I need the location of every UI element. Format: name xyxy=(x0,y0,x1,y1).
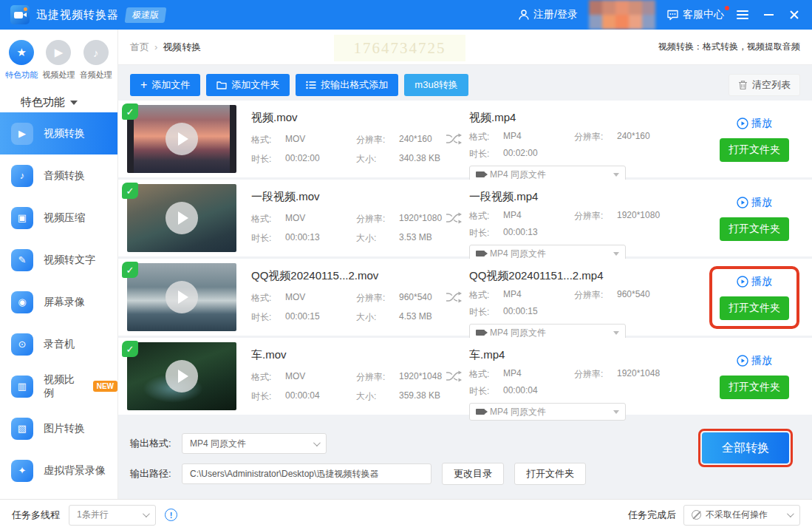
target-filename: 一段视频.mp4 xyxy=(469,190,704,204)
sidebar-menu: ▶ 视频转换 ♪ 音频转换 ▣ 视频压缩 ✎ 视频转文字 ◉ 屏幕录像 xyxy=(0,112,117,492)
voice-recorder-icon: ⊙ xyxy=(11,333,33,356)
after-task-select[interactable]: 不采取任何操作 xyxy=(683,505,800,526)
camera-icon xyxy=(476,251,485,256)
chevron-down-icon xyxy=(787,510,794,517)
output-path-label: 输出路径: xyxy=(130,467,176,480)
target-format: MP4 xyxy=(503,131,571,143)
target-filename: 视频.mp4 xyxy=(469,111,704,125)
video-thumbnail[interactable] xyxy=(127,105,236,173)
annotation-highlight-box: 播放 打开文件夹 xyxy=(709,266,799,329)
customer-service-button[interactable]: 客服中心 xyxy=(666,8,724,21)
source-filename: 视频.mov xyxy=(251,111,438,125)
sidebar-tab-featured[interactable]: ★ 特色功能 xyxy=(3,40,40,81)
add-by-format-button[interactable]: 按输出格式添加 xyxy=(296,74,398,96)
minimize-button[interactable] xyxy=(761,7,776,22)
login-button[interactable]: 注册/登录 xyxy=(518,8,578,21)
speed-edition-badge: 极速版 xyxy=(125,7,167,23)
source-info: 车.mov 格式:MOV 分辨率:1920*1048 时长:00:00:04 大… xyxy=(236,348,438,403)
new-badge: NEW xyxy=(93,381,117,392)
target-duration: 00:00:04 xyxy=(503,385,571,398)
play-button[interactable]: 播放 xyxy=(737,275,772,288)
target-duration: 00:02:00 xyxy=(503,148,571,160)
convert-arrows-icon xyxy=(445,291,463,304)
folder-icon xyxy=(216,81,227,89)
sidebar-item-video-compress[interactable]: ▣ 视频压缩 xyxy=(0,197,117,239)
convert-arrows-icon xyxy=(445,132,463,146)
threads-label: 任务多线程 xyxy=(12,509,60,522)
trash-icon xyxy=(738,80,748,90)
source-filename: 一段视频.mov xyxy=(251,190,438,204)
sidebar-item-voice-recorder[interactable]: ⊙ 录音机 xyxy=(0,323,117,365)
sidebar-item-virtual-bg-record[interactable]: ✦ 虚拟背景录像 xyxy=(0,449,117,492)
camera-icon xyxy=(476,171,485,177)
target-info: QQ视频202401151...2.mp4 格式:MP4 分辨率:960*540… xyxy=(469,269,704,342)
change-directory-button[interactable]: 更改目录 xyxy=(442,463,504,485)
m3u8-convert-button[interactable]: m3u8转换 xyxy=(404,74,468,96)
open-output-folder-button[interactable]: 打开文件夹 xyxy=(514,463,586,485)
open-folder-button[interactable]: 打开文件夹 xyxy=(720,296,789,320)
screen-record-icon: ◉ xyxy=(11,291,33,313)
caret-down-icon xyxy=(613,252,619,256)
output-format-select[interactable]: MP4 同原文件 xyxy=(182,433,327,454)
star-icon: ★ xyxy=(9,40,34,65)
chevron-down-icon xyxy=(313,439,321,446)
source-resolution: 1920*1080 xyxy=(399,213,442,225)
threads-select[interactable]: 1条并行 xyxy=(69,505,156,526)
video-thumbnail[interactable] xyxy=(127,184,236,252)
sidebar-tab-audio-process[interactable]: ♪ 音频处理 xyxy=(78,40,115,81)
play-overlay-icon xyxy=(166,123,198,155)
open-folder-button[interactable]: 打开文件夹 xyxy=(720,217,789,241)
convert-arrows-icon xyxy=(445,211,463,225)
play-circle-icon xyxy=(737,118,748,129)
breadcrumb: 首页 › 视频转换 1764734725 视频转换：格式转换，视频提取音频 xyxy=(118,30,812,65)
convert-all-button[interactable]: 全部转换 xyxy=(702,432,789,463)
add-file-button[interactable]: + 添加文件 xyxy=(130,74,200,96)
output-path-input[interactable]: C:\Users\Administrator\Desktop\迅捷视频转换器 xyxy=(182,463,431,484)
caret-down-icon xyxy=(613,173,619,177)
watermark: 1764734725 xyxy=(334,35,465,61)
video-thumbnail[interactable] xyxy=(127,263,236,331)
play-button[interactable]: 播放 xyxy=(737,354,772,367)
open-folder-button[interactable]: 打开文件夹 xyxy=(720,138,789,162)
target-format: MP4 xyxy=(503,210,571,222)
source-size: 4.53 MB xyxy=(399,311,438,324)
sidebar-item-video-ratio[interactable]: ▥ 视频比例 NEW xyxy=(0,365,117,407)
clear-list-button[interactable]: 清空列表 xyxy=(729,74,800,96)
sidebar-item-video-to-text[interactable]: ✎ 视频转文字 xyxy=(0,239,117,281)
sidebar-item-screen-record[interactable]: ◉ 屏幕录像 xyxy=(0,281,117,323)
source-info: 视频.mov 格式:MOV 分辨率:240*160 时长:00:02:00 大小… xyxy=(236,111,438,166)
file-list: ✓ 视频.mov 格式:MOV 分辨率:240*160 时长:00:02:00 … xyxy=(118,101,812,417)
breadcrumb-home[interactable]: 首页 xyxy=(130,41,149,54)
source-info: QQ视频20240115...2.mov 格式:MOV 分辨率:960*540 … xyxy=(236,269,438,324)
audio-convert-icon: ♪ xyxy=(11,165,33,187)
check-icon: ✓ xyxy=(122,262,138,278)
source-format: MOV xyxy=(285,292,353,305)
target-filename: QQ视频202401151...2.mp4 xyxy=(469,269,704,283)
source-duration: 00:02:00 xyxy=(285,153,353,166)
open-folder-button[interactable]: 打开文件夹 xyxy=(720,376,789,399)
source-duration: 00:00:13 xyxy=(285,232,353,245)
virtual-bg-icon: ✦ xyxy=(11,460,33,482)
play-button[interactable]: 播放 xyxy=(737,117,772,130)
image-convert-icon: ▧ xyxy=(11,418,33,440)
close-button[interactable] xyxy=(787,7,802,22)
target-resolution: 240*160 xyxy=(617,131,704,143)
info-icon[interactable]: ! xyxy=(165,509,177,521)
source-format: MOV xyxy=(285,134,353,146)
sidebar-tab-video-process[interactable]: ▶ 视频处理 xyxy=(40,40,77,81)
sidebar-section-header[interactable]: 特色功能 xyxy=(0,86,117,112)
video-thumbnail[interactable] xyxy=(127,342,236,410)
user-icon xyxy=(518,9,530,21)
target-format: MP4 xyxy=(503,289,571,302)
sidebar-item-image-convert[interactable]: ▧ 图片转换 xyxy=(0,407,117,449)
menu-button[interactable] xyxy=(735,7,750,22)
play-circle-icon xyxy=(737,197,748,208)
target-info: 车.mp4 格式:MP4 分辨率:1920*1048 时长:00:00:04 M… xyxy=(469,348,704,421)
app-logo-icon xyxy=(10,5,30,24)
add-folder-button[interactable]: 添加文件夹 xyxy=(206,74,290,96)
chevron-down-icon xyxy=(70,101,78,105)
output-settings: 输出格式: MP4 同原文件 输出路径: C:\Users\Administra… xyxy=(118,417,812,499)
sidebar-item-video-convert[interactable]: ▶ 视频转换 xyxy=(0,112,117,154)
play-button[interactable]: 播放 xyxy=(737,196,772,209)
sidebar-item-audio-convert[interactable]: ♪ 音频转换 xyxy=(0,154,117,197)
